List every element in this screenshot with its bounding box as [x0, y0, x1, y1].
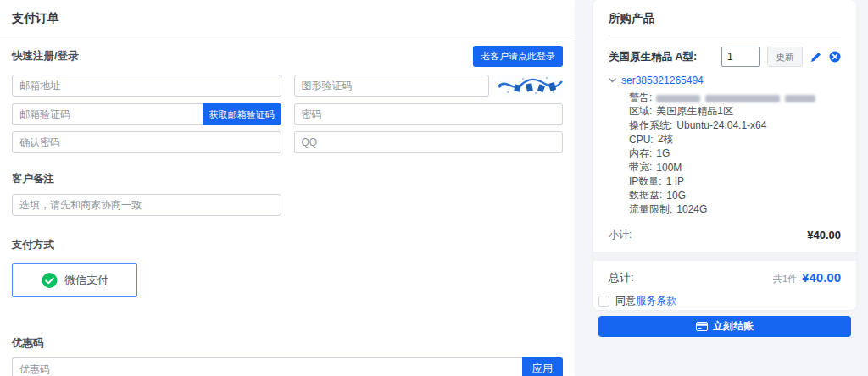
total-row: 总计: 共1件 ¥40.00 — [609, 270, 841, 285]
coupon-input[interactable] — [12, 357, 522, 376]
detail-value: 1G — [656, 147, 670, 159]
detail-value: Ubuntu-24.04.1-x64 — [676, 119, 766, 131]
purchased-products-title: 所购产品 — [609, 0, 841, 36]
detail-label: 内存: — [629, 147, 652, 161]
detail-value: 2核 — [658, 132, 674, 147]
quantity-input[interactable] — [721, 47, 760, 67]
detail-row-bandwidth: 带宽: 100M — [629, 161, 841, 175]
total-value: ¥40.00 — [802, 270, 841, 285]
detail-row-ip-count: IP数量: 1 IP — [629, 174, 841, 189]
detail-label: 区域: — [629, 104, 652, 119]
captcha-input[interactable] — [294, 75, 489, 97]
password-input[interactable] — [294, 103, 564, 125]
terms-row: 同意服务条款 — [598, 294, 841, 308]
payment-method-heading: 支付方式 — [12, 238, 563, 252]
detail-label: 警告: — [629, 91, 652, 105]
terms-of-service-link[interactable]: 服务条款 — [636, 295, 676, 307]
item-count: 共1件 — [773, 273, 797, 285]
update-quantity-button[interactable]: 更新 — [767, 47, 803, 67]
register-form: 获取邮箱验证码 — [12, 75, 563, 153]
existing-customer-login-button[interactable]: 老客户请点此登录 — [473, 46, 563, 67]
customer-notes-input[interactable] — [12, 194, 281, 216]
detail-label: CPU: — [629, 134, 654, 146]
detail-value: 1 IP — [666, 175, 684, 187]
product-name: 美国原生精品 A型: — [609, 50, 697, 64]
payment-order-panel: 支付订单 快速注册/登录 老客户请点此登录 — [0, 0, 575, 376]
service-row: ser385321265494 — [609, 75, 841, 86]
service-id-link[interactable]: ser385321265494 — [621, 75, 704, 86]
detail-row-warning: 警告: — [629, 91, 841, 105]
detail-label: IP数量: — [629, 174, 662, 189]
detail-row-os: 操作系统: Ubuntu-24.04.1-x64 — [629, 119, 841, 133]
detail-value: 1024G — [676, 203, 707, 215]
wechat-pay-icon — [41, 272, 58, 290]
terms-agree-text: 同意 — [615, 295, 636, 307]
detail-label: 数据盘: — [629, 188, 662, 202]
agree-terms-checkbox[interactable] — [598, 296, 609, 307]
subtotal-value: ¥40.00 — [807, 229, 841, 241]
detail-label: 带宽: — [629, 160, 652, 174]
redacted-text — [656, 91, 821, 103]
credit-card-icon — [696, 322, 708, 331]
wechat-pay-label: 微信支付 — [64, 273, 108, 288]
product-details: 警告: 区域: 美国原生精品1区 操作系统: Ubuntu-24.04.1-x6… — [629, 91, 841, 217]
checkout-button-label: 立刻结账 — [713, 319, 754, 334]
detail-value: 美国原生精品1区 — [656, 104, 733, 119]
remove-product-button[interactable] — [829, 51, 841, 63]
apply-coupon-button[interactable]: 应用 — [522, 357, 563, 376]
detail-label: 操作系统: — [629, 119, 672, 133]
detail-row-traffic-limit: 流量限制: 1024G — [629, 202, 841, 217]
product-row: 美国原生精品 A型: 更新 — [609, 47, 841, 67]
chevron-down-icon[interactable] — [609, 78, 616, 83]
detail-value: 100M — [656, 162, 682, 174]
confirm-password-input[interactable] — [12, 131, 281, 153]
summary-divider — [593, 252, 856, 261]
close-circle-icon — [829, 51, 841, 63]
email-code-input[interactable] — [12, 103, 203, 125]
captcha-image[interactable] — [498, 74, 563, 97]
wechat-pay-option[interactable]: 微信支付 — [12, 263, 137, 297]
detail-label: 流量限制: — [629, 202, 672, 217]
detail-value: 10G — [666, 190, 686, 202]
detail-row-data-disk: 数据盘: 10G — [629, 189, 841, 203]
edit-product-button[interactable] — [810, 52, 821, 63]
checkout-button[interactable]: 立刻结账 — [598, 316, 851, 337]
customer-notes-heading: 客户备注 — [12, 172, 563, 186]
email-input[interactable] — [12, 75, 281, 97]
detail-row-region: 区域: 美国原生精品1区 — [629, 105, 841, 119]
register-login-heading: 快速注册/登录 — [12, 49, 78, 64]
pencil-icon — [810, 52, 821, 63]
detail-row-memory: 内存: 1G — [629, 147, 841, 161]
detail-row-cpu: CPU: 2核 — [629, 133, 841, 147]
total-label: 总计: — [609, 270, 634, 285]
page-title: 支付订单 — [0, 0, 575, 36]
subtotal-row: 小计: ¥40.00 — [609, 228, 841, 242]
purchased-products-card: 所购产品 美国原生精品 A型: 更新 ser385321265494 警告: — [593, 0, 856, 310]
subtotal-label: 小计: — [609, 228, 632, 242]
get-email-code-button[interactable]: 获取邮箱验证码 — [203, 103, 281, 125]
coupon-heading: 优惠码 — [12, 336, 563, 351]
qq-input[interactable] — [294, 131, 564, 153]
